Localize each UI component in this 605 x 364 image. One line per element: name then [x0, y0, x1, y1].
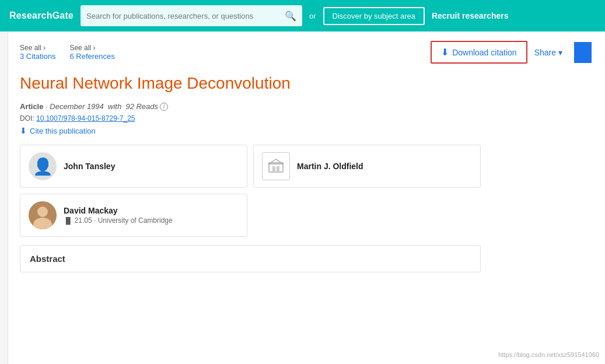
references-group: See all › 6 References [69, 44, 114, 61]
cite-publication-label: Cite this publication [30, 127, 96, 135]
author-stats-text: 21.05 · University of Cambridge [75, 216, 173, 225]
person-icon: 👤 [33, 157, 53, 176]
actions-right: ⬇ Download citation Share ▾ [431, 41, 592, 64]
article-type: Article [20, 102, 43, 111]
search-bar[interactable]: 🔍 [81, 5, 302, 26]
download-icon: ⬇ [441, 47, 449, 58]
download-citation-button[interactable]: ⬇ Download citation [431, 41, 527, 64]
author-name: John Tansley [64, 162, 115, 171]
search-icon: 🔍 [285, 10, 296, 22]
main-content: See all › 3 Citations See all › 6 Refere… [8, 32, 603, 364]
reads-count: 92 Reads [125, 102, 158, 111]
cite-publication-link[interactable]: ⬇ Cite this publication [20, 126, 592, 135]
author-name: David Mackay [64, 206, 173, 215]
abstract-section: Abstract [20, 245, 481, 272]
references-link[interactable]: 6 References [69, 52, 114, 61]
cite-download-icon: ⬇ [20, 126, 27, 135]
svg-rect-1 [272, 166, 275, 172]
reads-info: 92 Reads i [125, 102, 168, 111]
avatar-david-mackay [29, 201, 57, 229]
download-citation-label: Download citation [452, 48, 517, 57]
avatar-martin-oldfield [262, 152, 290, 180]
author-card-david-mackay[interactable]: David Mackay ▐▌ 21.05 · University of Ca… [20, 194, 247, 237]
author-info-john-tansley: John Tansley [64, 162, 115, 171]
page-wrapper: See all › 3 Citations See all › 6 Refere… [0, 32, 605, 364]
author-info-david-mackay: David Mackay ▐▌ 21.05 · University of Ca… [64, 206, 173, 225]
main-header: ResearchGate 🔍 or Discover by subject ar… [0, 0, 605, 32]
discover-button[interactable]: Discover by subject area [323, 7, 425, 25]
svg-marker-3 [269, 159, 283, 164]
info-icon[interactable]: i [160, 103, 168, 111]
svg-rect-2 [277, 166, 279, 172]
or-text: or [309, 12, 316, 20]
author-name: Martin J. Oldfield [297, 162, 363, 171]
logo: ResearchGate [9, 10, 74, 21]
share-button[interactable]: Share ▾ [534, 48, 562, 57]
article-date: December 1994 [50, 102, 104, 111]
see-all-citations-label[interactable]: See all › [20, 44, 55, 52]
share-blue-block [574, 42, 592, 63]
doi-label: DOI: [20, 114, 34, 123]
chevron-down-icon: ▾ [558, 48, 562, 57]
left-sidebar-strip [0, 32, 8, 364]
avatar-john-tansley: 👤 [29, 152, 57, 180]
doi-link[interactable]: 10.1007/978-94-015-8729-7_25 [36, 114, 135, 123]
david-mackay-photo [29, 201, 57, 229]
search-input[interactable] [86, 12, 281, 20]
see-all-references-label[interactable]: See all › [69, 44, 114, 52]
recruit-button[interactable]: Recruit researchers [432, 11, 509, 20]
svg-point-5 [37, 206, 48, 217]
meta-row: See all › 3 Citations See all › 6 Refere… [20, 41, 592, 64]
abstract-title: Abstract [30, 254, 471, 264]
authors-grid: 👤 John Tansley Martin J. Oldf [20, 145, 481, 237]
share-label: Share [534, 48, 556, 57]
article-title: Neural Network Image Deconvolution [20, 73, 592, 94]
citations-group: See all › 3 Citations [20, 44, 55, 61]
author-card-john-tansley[interactable]: 👤 John Tansley [20, 145, 247, 188]
institution-icon [268, 158, 284, 174]
citations-link[interactable]: 3 Citations [20, 52, 55, 61]
article-meta: Article · December 1994 with 92 Reads i [20, 102, 592, 111]
author-card-martin-oldfield[interactable]: Martin J. Oldfield [253, 145, 481, 188]
doi-line: DOI: 10.1007/978-94-015-8729-7_25 [20, 114, 592, 123]
article-with: with [108, 102, 121, 111]
author-info-martin-oldfield: Martin J. Oldfield [297, 162, 363, 171]
bar-chart-icon: ▐▌ [64, 217, 73, 224]
author-stats: ▐▌ 21.05 · University of Cambridge [64, 216, 173, 225]
